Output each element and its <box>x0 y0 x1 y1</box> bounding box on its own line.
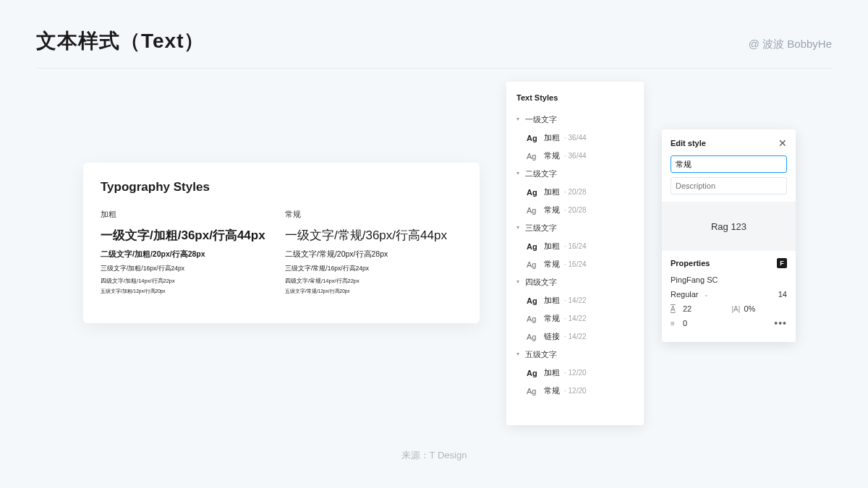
style-item-label: 常规 <box>544 385 560 396</box>
style-item-meta: · 36/44 <box>564 152 587 160</box>
close-icon[interactable]: ✕ <box>778 138 787 148</box>
style-item-label: 加粗 <box>544 187 560 197</box>
text-style-item[interactable]: Ag常规· 36/44 <box>514 147 637 165</box>
regular-column-header: 常规 <box>285 209 462 220</box>
letter-spacing-field[interactable]: |A| 0% <box>732 304 788 313</box>
bold-column: 加粗 一级文字/加粗/36px/行高44px 二级文字/加粗/20px/行高28… <box>101 209 278 295</box>
style-preview: Rag 123 <box>662 202 796 251</box>
edit-style-panel: Edit style ✕ Rag 123 Properties F PingFa… <box>662 129 796 342</box>
style-group-header[interactable]: ▾五级文字 <box>514 346 637 364</box>
chevron-down-icon: ▾ <box>515 116 521 122</box>
ag-sample-icon: Ag <box>527 296 540 305</box>
chevron-down-icon: ▾ <box>515 351 521 357</box>
ag-sample-icon: Ag <box>527 333 540 341</box>
content-stage: Typography Styles 加粗 一级文字/加粗/36px/行高44px… <box>0 69 868 474</box>
text-style-item[interactable]: Ag常规· 12/20 <box>514 382 637 400</box>
text-style-item[interactable]: Ag加粗· 36/44 <box>514 129 637 147</box>
style-item-meta: · 14/22 <box>564 296 587 304</box>
text-styles-panel-title: Text Styles <box>514 93 637 102</box>
properties-label: Properties <box>671 259 710 267</box>
text-style-item[interactable]: Ag加粗· 12/20 <box>514 364 637 382</box>
line-height-icon: A <box>671 305 679 313</box>
text-style-item[interactable]: Ag常规· 20/28 <box>514 201 637 219</box>
regular-column: 常规 一级文字/常规/36px/行高44px 二级文字/常规/20px/行高28… <box>285 209 462 295</box>
text-style-item[interactable]: Ag常规· 16/24 <box>514 255 637 273</box>
regular-level-5: 五级文字/常规/12px/行高20px <box>285 288 462 295</box>
bold-level-1: 一级文字/加粗/36px/行高44px <box>101 227 278 244</box>
bold-column-header: 加粗 <box>101 209 278 220</box>
style-description-input[interactable] <box>671 177 787 194</box>
style-item-label: 常规 <box>544 313 560 324</box>
text-style-item[interactable]: Ag链接· 14/22 <box>514 328 637 346</box>
text-styles-panel: Text Styles ▾一级文字Ag加粗· 36/44Ag常规· 36/44▾… <box>506 82 644 425</box>
style-item-meta: · 20/28 <box>564 188 587 196</box>
style-item-label: 链接 <box>544 331 560 342</box>
ag-sample-icon: Ag <box>527 387 540 395</box>
font-badge-icon[interactable]: F <box>777 258 787 268</box>
style-item-label: 加粗 <box>544 241 560 252</box>
regular-level-2: 二级文字/常规/20px/行高28px <box>285 249 462 260</box>
style-item-meta: · 14/22 <box>564 333 587 341</box>
style-group-name: 五级文字 <box>525 349 557 360</box>
ag-sample-icon: Ag <box>527 134 540 142</box>
font-weight-field[interactable]: Regular ⌄ <box>671 290 726 299</box>
ag-sample-icon: Ag <box>527 260 540 269</box>
page-title: 文本样式（Text） <box>36 27 205 55</box>
bold-level-4: 四级文字/加粗/14px/行高22px <box>101 278 278 285</box>
chevron-down-icon: ⌄ <box>704 291 709 298</box>
letter-spacing-icon: |A| <box>732 305 741 313</box>
ag-sample-icon: Ag <box>527 206 540 215</box>
ag-sample-icon: Ag <box>527 314 540 323</box>
style-item-meta: · 16/24 <box>564 260 587 268</box>
style-item-label: 加粗 <box>544 132 560 143</box>
typography-card: Typography Styles 加粗 一级文字/加粗/36px/行高44px… <box>83 163 480 323</box>
style-item-label: 常规 <box>544 205 560 215</box>
ag-sample-icon: Ag <box>527 152 540 160</box>
regular-level-3: 三级文字/常规/16px/行高24px <box>285 265 462 273</box>
ag-sample-icon: Ag <box>527 369 540 377</box>
style-item-meta: · 16/24 <box>564 242 587 250</box>
chevron-down-icon: ▾ <box>515 279 521 285</box>
ag-sample-icon: Ag <box>527 188 540 197</box>
source-credit: 来源：T Design <box>0 449 868 462</box>
edit-style-title: Edit style <box>671 139 706 147</box>
ag-sample-icon: Ag <box>527 242 540 251</box>
paragraph-spacing-field[interactable]: ≡ 0 <box>671 319 726 328</box>
style-item-label: 常规 <box>544 259 560 270</box>
style-item-label: 加粗 <box>544 295 560 306</box>
text-style-item[interactable]: Ag常规· 14/22 <box>514 309 637 328</box>
font-family-field[interactable]: PingFang SC <box>671 275 718 284</box>
line-height-field[interactable]: A 22 <box>671 304 726 313</box>
more-options-icon[interactable]: ••• <box>774 321 787 326</box>
style-item-label: 常规 <box>544 150 560 161</box>
paragraph-spacing-icon: ≡ <box>671 320 679 328</box>
style-item-meta: · 20/28 <box>564 206 587 214</box>
style-group-header[interactable]: ▾一级文字 <box>514 111 637 129</box>
style-group-header[interactable]: ▾三级文字 <box>514 219 637 237</box>
bold-level-2: 二级文字/加粗/20px/行高28px <box>101 249 278 260</box>
style-group-name: 一级文字 <box>525 114 557 125</box>
style-group-header[interactable]: ▾四级文字 <box>514 273 637 291</box>
style-name-input[interactable] <box>671 155 787 173</box>
regular-level-4: 四级文字/常规/14px/行高22px <box>285 278 462 285</box>
chevron-down-icon: ▾ <box>515 225 521 231</box>
style-group-header[interactable]: ▾二级文字 <box>514 165 637 183</box>
style-group-name: 二级文字 <box>525 168 557 179</box>
style-item-meta: · 14/22 <box>564 314 587 322</box>
style-group-name: 三级文字 <box>525 223 557 234</box>
regular-level-1: 一级文字/常规/36px/行高44px <box>285 227 462 244</box>
chevron-down-icon: ▾ <box>515 171 521 176</box>
page-header: 文本样式（Text） @ 波波 BobbyHe <box>0 0 868 68</box>
properties-section: Properties F PingFang SC Regular ⌄ 14 A … <box>662 251 796 342</box>
style-item-meta: · 12/20 <box>564 387 587 395</box>
font-size-field[interactable]: 14 <box>732 290 788 299</box>
text-style-item[interactable]: Ag加粗· 20/28 <box>514 183 637 201</box>
text-style-item[interactable]: Ag加粗· 16/24 <box>514 237 637 255</box>
typography-card-title: Typography Styles <box>101 180 462 194</box>
author-credit: @ 波波 BobbyHe <box>749 38 832 51</box>
style-item-meta: · 12/20 <box>564 369 587 377</box>
text-style-item[interactable]: Ag加粗· 14/22 <box>514 291 637 309</box>
style-item-label: 加粗 <box>544 367 560 378</box>
bold-level-5: 五级文字/加粗/12px/行高20px <box>101 288 278 295</box>
bold-level-3: 三级文字/加粗/16px/行高24px <box>101 265 278 273</box>
